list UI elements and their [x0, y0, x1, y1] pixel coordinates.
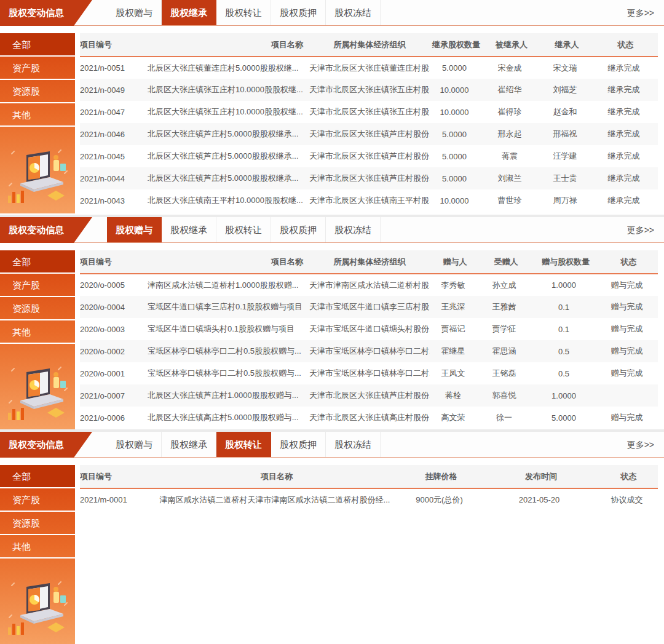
table-cell: 孙立成 — [480, 274, 532, 296]
tab[interactable]: 股权继承 — [162, 217, 216, 243]
table-cell: 宝坻区牛道口镇塘头村0.1股股权赠与项目 — [148, 318, 309, 340]
tab[interactable]: 股权转让 — [216, 217, 271, 243]
column-header: 项目名称 — [148, 250, 309, 274]
table-row[interactable]: 2021/n-0046北辰区大张庄镇芦庄村5.0000股股权继承...天津市北辰… — [80, 123, 658, 145]
sidebar-item[interactable]: 全部 — [0, 33, 75, 57]
table-cell: 宝坻区林亭口镇林亭口二村0.5股股权赠与... — [148, 340, 309, 362]
sidebar-menu: 全部 资产股 资源股 其他 — [0, 250, 75, 344]
more-link[interactable]: 更多>> — [627, 432, 654, 458]
column-header: 赠与人 — [430, 250, 480, 274]
tab[interactable]: 股权质押 — [271, 217, 326, 243]
table-cell: 北辰区大张庄镇张五庄村10.0000股股权继... — [148, 101, 309, 123]
tab[interactable]: 股权冻结 — [326, 432, 381, 458]
table-row[interactable]: 2021/o-0007北辰区大张庄镇芦庄村1.0000股股权赠与...天津市北辰… — [80, 384, 658, 407]
table-cell: 10.0000 — [430, 189, 483, 212]
column-header: 被继承人 — [483, 33, 540, 57]
sidebar-item[interactable]: 全部 — [0, 250, 75, 274]
table-cell: 10.0000 — [430, 101, 483, 123]
laptop-analytics-illustration — [0, 365, 75, 426]
table-cell: 2021/n-0045 — [80, 145, 148, 167]
tab[interactable]: 股权冻结 — [326, 0, 381, 26]
section-title-ribbon: 股权变动信息 — [0, 0, 92, 26]
table-cell: 0.5 — [532, 340, 599, 362]
table-cell: 宝坻区林亭口镇林亭口二村0.5股股权赠与... — [148, 362, 309, 384]
table-row[interactable]: 2021/n-0044北辰区大张庄镇芦庄村5.0000股股权继承...天津市北辰… — [80, 167, 658, 189]
column-header: 状态 — [599, 465, 658, 488]
sidebar-item[interactable]: 资源股 — [0, 512, 75, 535]
table-cell: 高文荣 — [430, 407, 480, 429]
table-row[interactable]: 2020/o-0004宝坻区牛道口镇李三店村0.1股股权赠与项目天津市宝坻区牛道… — [80, 296, 658, 318]
inheritance-table: 项目编号项目名称所属村集体经济组织继承股权数量被继承人继承人状态 2021/n-… — [80, 33, 658, 212]
table-row[interactable]: 2021/n-0043北辰区大张庄镇南王平村10.0000股股权继...天津市北… — [80, 189, 658, 212]
tab[interactable]: 股权继承 — [162, 432, 216, 458]
more-link[interactable]: 更多>> — [627, 217, 654, 243]
section-title-ribbon: 股权变动信息 — [0, 217, 92, 243]
equity-change-panel-transfer: 股权变动信息 股权赠与 股权继承 股权转让 股权质押 股权冻结 更多>> 全部 — [0, 429, 664, 644]
table-body: 2021/n-0051北辰区大张庄镇董连庄村5.0000股股权继...天津市北辰… — [80, 57, 658, 212]
table-cell: 王雅茜 — [480, 296, 532, 318]
sidebar-item[interactable]: 资源股 — [0, 80, 75, 103]
sidebar-item[interactable]: 其他 — [0, 103, 75, 127]
table-row[interactable]: 2021/o-0006北辰区大张庄镇高庄村5.0000股股权赠与...天津市北辰… — [80, 407, 658, 429]
table-cell: 北辰区大张庄镇芦庄村5.0000股股权继承... — [148, 167, 309, 189]
sidebar-item[interactable]: 资产股 — [0, 57, 75, 80]
sidebar-menu: 全部 资产股 资源股 其他 — [0, 33, 75, 127]
table-cell: 10.0000 — [430, 79, 483, 101]
tab[interactable]: 股权赠与 — [107, 432, 162, 458]
table-cell: 宝坻区牛道口镇李三店村0.1股股权赠与项目 — [148, 296, 309, 318]
table-cell: 天津市北辰区大张庄镇芦庄村股份... — [309, 167, 430, 189]
table-cell: 2021/n-0047 — [80, 101, 148, 123]
tab[interactable]: 股权质押 — [271, 0, 326, 26]
table-row[interactable]: 2021/m-0001津南区咸水沽镇二道桥村天津市津南区咸水沽镇二道桥村股份经.… — [80, 488, 658, 511]
table-row[interactable]: 2020/o-0002宝坻区林亭口镇林亭口二村0.5股股权赠与...天津市宝坻区… — [80, 340, 658, 362]
table-cell: 北辰区大张庄镇南王平村10.0000股股权继... — [148, 189, 309, 212]
table-cell: 北辰区大张庄镇芦庄村5.0000股股权继承... — [148, 145, 309, 167]
table-cell: 北辰区大张庄镇董连庄村5.0000股股权继... — [148, 57, 309, 79]
sidebar-item[interactable]: 其他 — [0, 320, 75, 344]
sidebar-item[interactable]: 资产股 — [0, 274, 75, 297]
table-area: 项目编号项目名称所属村集体经济组织赠与人受赠人赠与股权数量状态 2020/o-0… — [75, 250, 664, 429]
table-row[interactable]: 2020/o-0005津南区咸水沽镇二道桥村1.0000股股权赠...天津市津南… — [80, 274, 658, 296]
table-cell: 5.0000 — [532, 407, 599, 429]
sidebar-item[interactable]: 资源股 — [0, 297, 75, 320]
tab[interactable]: 股权质押 — [271, 432, 326, 458]
tab[interactable]: 股权赠与 — [107, 217, 162, 243]
tab[interactable]: 股权转让 — [216, 0, 271, 26]
table-cell: 贾学征 — [480, 318, 532, 340]
table-cell: 5.0000 — [430, 145, 483, 167]
more-link[interactable]: 更多>> — [627, 0, 654, 26]
table-cell: 王士贵 — [540, 167, 593, 189]
table-cell: 2021/o-0007 — [80, 384, 148, 407]
table-cell: 贾福记 — [430, 318, 480, 340]
table-cell: 2020/o-0005 — [80, 274, 148, 296]
table-cell: 赠与完成 — [599, 296, 658, 318]
tab[interactable]: 股权冻结 — [326, 217, 381, 243]
table-cell: 曹世珍 — [483, 189, 540, 212]
column-header: 所属村集体经济组织 — [309, 250, 430, 274]
table-cell: 2021/m-0001 — [80, 488, 154, 511]
table-cell: 天津市北辰区大张庄镇南王平村股... — [309, 189, 430, 212]
column-header: 项目名称 — [148, 33, 309, 57]
sidebar-item[interactable]: 资产股 — [0, 488, 75, 512]
tab[interactable]: 股权转让 — [216, 432, 271, 458]
table-cell: 邢永起 — [483, 123, 540, 145]
gift-table: 项目编号项目名称所属村集体经济组织赠与人受赠人赠与股权数量状态 2020/o-0… — [80, 250, 658, 429]
table-cell: 李秀敏 — [430, 274, 480, 296]
table-cell: 天津市北辰区大张庄镇张五庄村股... — [309, 101, 430, 123]
sidebar-item[interactable]: 全部 — [0, 465, 75, 488]
table-row[interactable]: 2021/n-0045北辰区大张庄镇芦庄村5.0000股股权继承...天津市北辰… — [80, 145, 658, 167]
tab[interactable]: 股权赠与 — [107, 0, 162, 26]
table-row[interactable]: 2021/n-0049北辰区大张庄镇张五庄村10.0000股股权继...天津市北… — [80, 79, 658, 101]
tab[interactable]: 股权继承 — [162, 0, 216, 26]
column-header: 受赠人 — [480, 250, 532, 274]
table-row[interactable]: 2020/o-0001宝坻区林亭口镇林亭口二村0.5股股权赠与...天津市宝坻区… — [80, 362, 658, 384]
table-cell: 天津市北辰区大张庄镇芦庄村股份... — [309, 384, 430, 407]
sidebar-item[interactable]: 其他 — [0, 535, 75, 559]
table-cell: 宋文瑞 — [540, 57, 593, 79]
table-row[interactable]: 2021/n-0047北辰区大张庄镇张五庄村10.0000股股权继...天津市北… — [80, 101, 658, 123]
table-row[interactable]: 2021/n-0051北辰区大张庄镇董连庄村5.0000股股权继...天津市北辰… — [80, 57, 658, 79]
table-area: 项目编号项目名称挂牌价格发布时间状态 2021/m-0001津南区咸水沽镇二道桥… — [75, 465, 664, 644]
section-title: 股权变动信息 — [9, 439, 64, 450]
column-header: 发布时间 — [483, 465, 599, 488]
table-row[interactable]: 2020/o-0003宝坻区牛道口镇塘头村0.1股股权赠与项目天津市宝坻区牛道口… — [80, 318, 658, 340]
